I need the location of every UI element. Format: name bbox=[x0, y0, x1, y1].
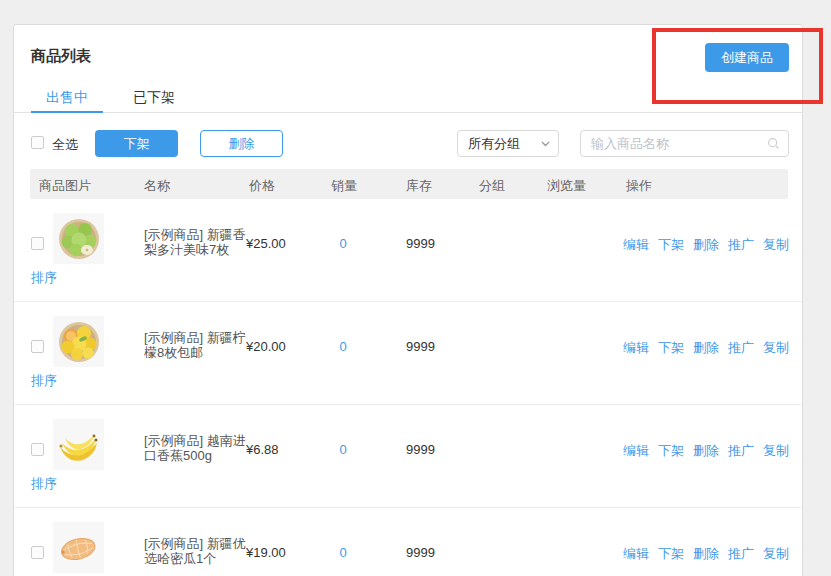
col-sales: 销量 bbox=[331, 177, 357, 195]
col-name: 名称 bbox=[144, 177, 170, 195]
product-stock: 9999 bbox=[406, 339, 435, 354]
col-views: 浏览量 bbox=[547, 177, 586, 195]
product-list-card: 商品列表 出售中 已下架 全选 下架 删除 所有分组 商品图片 名称 价格 销量… bbox=[13, 24, 803, 576]
col-product-image: 商品图片 bbox=[39, 177, 91, 195]
row-actions: 编辑下架删除推广复制 bbox=[623, 545, 798, 563]
table-row: 排序 [示例商品] 新疆柠檬8枚包邮 ¥20.00 0 9999 编辑下架删除推… bbox=[14, 302, 802, 405]
search-icon[interactable] bbox=[767, 136, 780, 151]
col-stock: 库存 bbox=[406, 177, 432, 195]
takedown-link[interactable]: 下架 bbox=[658, 546, 684, 561]
table-header: 商品图片 名称 价格 销量 库存 分组 浏览量 操作 bbox=[30, 169, 788, 199]
row-checkbox[interactable] bbox=[31, 340, 44, 353]
product-search-box bbox=[580, 130, 789, 157]
delete-link[interactable]: 删除 bbox=[693, 237, 719, 252]
product-name: [示例商品] 新疆柠檬8枚包邮 bbox=[144, 330, 248, 360]
product-price: ¥19.00 bbox=[246, 545, 286, 560]
row-checkbox[interactable] bbox=[31, 546, 44, 559]
product-name: [示例商品] 新疆优选哈密瓜1个 bbox=[144, 536, 248, 566]
col-group: 分组 bbox=[479, 177, 505, 195]
product-stock: 9999 bbox=[406, 545, 435, 560]
takedown-link[interactable]: 下架 bbox=[658, 237, 684, 252]
product-sales[interactable]: 0 bbox=[323, 236, 363, 251]
page-title: 商品列表 bbox=[31, 47, 91, 66]
edit-link[interactable]: 编辑 bbox=[623, 340, 649, 355]
col-actions: 操作 bbox=[626, 177, 652, 195]
row-actions: 编辑下架删除推广复制 bbox=[623, 339, 798, 357]
product-price: ¥25.00 bbox=[246, 236, 286, 251]
takedown-button[interactable]: 下架 bbox=[95, 130, 178, 157]
copy-link[interactable]: 复制 bbox=[763, 546, 789, 561]
create-product-button[interactable]: 创建商品 bbox=[705, 43, 789, 72]
table-body: 排序 [示例商品] 新疆香梨多汁美味7枚 ¥25.00 0 9999 编辑下架删… bbox=[14, 199, 802, 576]
row-checkbox[interactable] bbox=[31, 443, 44, 456]
select-all-checkbox[interactable] bbox=[31, 136, 44, 149]
group-filter-select[interactable]: 所有分组 bbox=[457, 130, 559, 157]
copy-link[interactable]: 复制 bbox=[763, 237, 789, 252]
sort-link[interactable]: 排序 bbox=[31, 475, 57, 493]
tab-on-sale[interactable]: 出售中 bbox=[31, 89, 103, 107]
row-checkbox[interactable] bbox=[31, 237, 44, 250]
copy-link[interactable]: 复制 bbox=[763, 340, 789, 355]
search-input[interactable] bbox=[591, 136, 767, 151]
product-image-lemons bbox=[53, 316, 104, 367]
product-sales[interactable]: 0 bbox=[323, 545, 363, 560]
tab-off-shelf[interactable]: 已下架 bbox=[118, 89, 190, 107]
tabs-divider bbox=[14, 112, 802, 113]
active-tab-underline bbox=[31, 111, 103, 113]
sort-link[interactable]: 排序 bbox=[31, 269, 57, 287]
product-sales[interactable]: 0 bbox=[323, 339, 363, 354]
edit-link[interactable]: 编辑 bbox=[623, 237, 649, 252]
edit-link[interactable]: 编辑 bbox=[623, 546, 649, 561]
product-price: ¥6.88 bbox=[246, 442, 279, 457]
product-stock: 9999 bbox=[406, 236, 435, 251]
row-actions: 编辑下架删除推广复制 bbox=[623, 442, 798, 460]
product-image-hami-melon bbox=[53, 522, 104, 573]
product-stock: 9999 bbox=[406, 442, 435, 457]
product-image-green-pears bbox=[53, 213, 104, 264]
row-actions: 编辑下架删除推广复制 bbox=[623, 236, 798, 254]
group-filter-value: 所有分组 bbox=[468, 131, 520, 156]
delete-link[interactable]: 删除 bbox=[693, 443, 719, 458]
table-row: 排序 [示例商品] 越南进口香蕉500g ¥6.88 0 9999 编辑下架删除… bbox=[14, 405, 802, 508]
takedown-link[interactable]: 下架 bbox=[658, 443, 684, 458]
sort-link[interactable]: 排序 bbox=[31, 372, 57, 390]
table-row: 排序 [示例商品] 新疆香梨多汁美味7枚 ¥25.00 0 9999 编辑下架删… bbox=[14, 199, 802, 302]
col-price: 价格 bbox=[249, 177, 275, 195]
delete-button[interactable]: 删除 bbox=[200, 130, 283, 157]
promote-link[interactable]: 推广 bbox=[728, 546, 754, 561]
product-name: [示例商品] 新疆香梨多汁美味7枚 bbox=[144, 227, 248, 257]
copy-link[interactable]: 复制 bbox=[763, 443, 789, 458]
edit-link[interactable]: 编辑 bbox=[623, 443, 649, 458]
delete-link[interactable]: 删除 bbox=[693, 546, 719, 561]
product-name: [示例商品] 越南进口香蕉500g bbox=[144, 433, 248, 463]
table-row: 排序 [示例商品] 新疆优选哈密瓜1个 ¥19.00 0 9999 编辑下架删除… bbox=[14, 508, 802, 576]
select-all-label: 全选 bbox=[52, 136, 78, 154]
product-price: ¥20.00 bbox=[246, 339, 286, 354]
promote-link[interactable]: 推广 bbox=[728, 340, 754, 355]
promote-link[interactable]: 推广 bbox=[728, 443, 754, 458]
takedown-link[interactable]: 下架 bbox=[658, 340, 684, 355]
chevron-down-icon bbox=[541, 141, 550, 147]
promote-link[interactable]: 推广 bbox=[728, 237, 754, 252]
product-sales[interactable]: 0 bbox=[323, 442, 363, 457]
delete-link[interactable]: 删除 bbox=[693, 340, 719, 355]
product-image-bananas bbox=[53, 419, 104, 470]
